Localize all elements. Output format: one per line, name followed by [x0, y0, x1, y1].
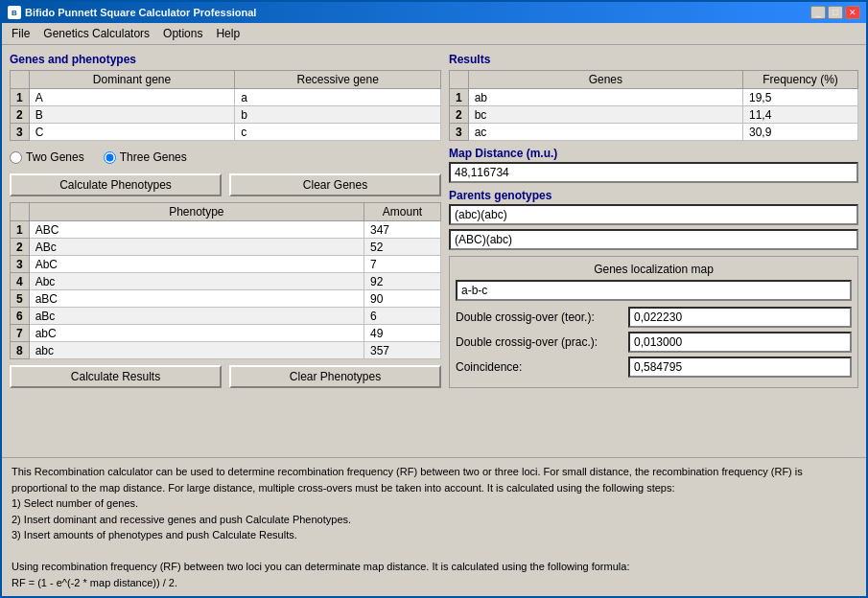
- phenotype-table-row: 6 aBc: [11, 308, 441, 325]
- genes-col-num-header: [11, 71, 30, 89]
- clear-phenotypes-button[interactable]: Clear Phenotypes: [229, 365, 441, 388]
- amount-input[interactable]: [370, 258, 434, 271]
- top-content: Genes and phenotypes Dominant gene Reces…: [2, 45, 866, 457]
- amount-cell[interactable]: [364, 290, 441, 308]
- menu-options[interactable]: Options: [157, 25, 208, 42]
- results-section: Results Genes Frequency (%) 1 ab 19,5 2: [449, 53, 858, 141]
- phenotype-cell: AbC: [29, 256, 364, 273]
- amount-cell[interactable]: [364, 325, 441, 342]
- frequency-cell: 30,9: [743, 124, 858, 141]
- phenotypes-button-row: Calculate Results Clear Phenotypes: [10, 365, 441, 388]
- left-panel: Genes and phenotypes Dominant gene Reces…: [10, 53, 441, 457]
- menu-genetics[interactable]: Genetics Calculators: [37, 25, 155, 42]
- pheno-row-num: 3: [11, 256, 30, 273]
- description-line: RF = (1 - e^(-2 * map distance)) / 2.: [12, 575, 856, 591]
- genes-row-num: 3: [11, 124, 30, 141]
- three-genes-label[interactable]: Three Genes: [104, 150, 187, 164]
- menu-file[interactable]: File: [6, 25, 35, 42]
- results-row-num: 2: [450, 106, 469, 124]
- phenotype-cell: aBC: [29, 290, 364, 308]
- dominant-gene-input[interactable]: [35, 126, 229, 139]
- menu-bar: File Genetics Calculators Options Help: [2, 23, 866, 45]
- genes-cell: ab: [468, 89, 742, 106]
- results-table-row: 3 ac 30,9: [450, 124, 858, 141]
- double-crossover-teor-input[interactable]: [628, 307, 852, 328]
- recessive-gene-cell[interactable]: [235, 89, 441, 106]
- results-row-num: 3: [450, 124, 469, 141]
- main-window: B Bifido Punnett Square Calculator Profe…: [0, 0, 868, 598]
- description-content: This Recombination calculator can be use…: [12, 464, 856, 590]
- amount-input[interactable]: [370, 292, 434, 306]
- right-panel: Results Genes Frequency (%) 1 ab 19,5 2: [449, 53, 858, 457]
- map-distance-input[interactable]: [449, 162, 858, 183]
- parent-genotype-1-input[interactable]: [449, 204, 858, 225]
- genes-table: Dominant gene Recessive gene 1 2 3: [10, 70, 441, 141]
- amount-cell[interactable]: [364, 239, 441, 256]
- calculate-phenotypes-button[interactable]: Calculate Phenotypes: [10, 173, 222, 196]
- pheno-col-num-header: [11, 203, 30, 221]
- description-box: This Recombination calculator can be use…: [2, 457, 866, 596]
- three-genes-text: Three Genes: [120, 150, 187, 164]
- two-genes-text: Two Genes: [26, 150, 84, 164]
- main-area: Genes and phenotypes Dominant gene Reces…: [2, 45, 866, 596]
- results-table: Genes Frequency (%) 1 ab 19,5 2 bc 11,4 …: [449, 70, 858, 141]
- genes-section-title: Genes and phenotypes: [10, 53, 441, 66]
- amount-cell[interactable]: [364, 308, 441, 325]
- results-col-num-header: [450, 71, 469, 89]
- coincidence-input[interactable]: [628, 356, 852, 378]
- frequency-cell: 11,4: [743, 106, 858, 124]
- title-bar: B Bifido Punnett Square Calculator Profe…: [2, 2, 866, 23]
- phenotype-cell: aBc: [29, 308, 364, 325]
- dominant-gene-input[interactable]: [35, 91, 229, 104]
- amount-input[interactable]: [370, 327, 434, 340]
- map-distance-section: Map Distance (m.u.): [449, 147, 858, 183]
- phenotype-table-row: 2 ABc: [11, 239, 441, 256]
- frequency-cell: 19,5: [743, 89, 858, 106]
- dominant-gene-input[interactable]: [35, 108, 229, 122]
- amount-input[interactable]: [370, 223, 434, 237]
- calculate-results-button[interactable]: Calculate Results: [10, 365, 222, 388]
- two-genes-label[interactable]: Two Genes: [10, 150, 84, 164]
- two-genes-radio[interactable]: [10, 151, 22, 164]
- recessive-gene-cell[interactable]: [235, 124, 441, 141]
- three-genes-radio[interactable]: [104, 151, 116, 164]
- amount-cell[interactable]: [364, 273, 441, 290]
- genes-map-input[interactable]: [456, 280, 852, 301]
- amount-cell[interactable]: [364, 342, 441, 359]
- pheno-col-amount-header: Amount: [364, 203, 441, 221]
- phenotype-table-row: 3 AbC: [11, 256, 441, 273]
- title-buttons: _ □ ✕: [810, 6, 860, 19]
- clear-genes-button[interactable]: Clear Genes: [229, 173, 441, 196]
- pheno-row-num: 5: [11, 290, 30, 308]
- genes-cell: ac: [468, 124, 742, 141]
- amount-input[interactable]: [370, 344, 434, 357]
- dominant-gene-cell[interactable]: [29, 124, 235, 141]
- genes-table-row: 3: [11, 124, 441, 141]
- amount-cell[interactable]: [364, 221, 441, 239]
- genes-row-num: 2: [11, 106, 30, 124]
- genes-cell: bc: [468, 106, 742, 124]
- pheno-row-num: 2: [11, 239, 30, 256]
- dominant-gene-cell[interactable]: [29, 89, 235, 106]
- amount-input[interactable]: [370, 241, 434, 254]
- menu-help[interactable]: Help: [210, 25, 246, 42]
- map-distance-label: Map Distance (m.u.): [449, 147, 858, 160]
- parent-genotype-2-input[interactable]: [449, 229, 858, 250]
- description-line: 3) Insert amounts of phenotypes and push…: [12, 527, 856, 543]
- double-crossover-prac-input[interactable]: [628, 332, 852, 353]
- minimize-button[interactable]: _: [810, 6, 826, 19]
- recessive-gene-cell[interactable]: [235, 106, 441, 124]
- close-button[interactable]: ✕: [845, 6, 860, 19]
- amount-input[interactable]: [370, 275, 434, 288]
- amount-cell[interactable]: [364, 256, 441, 273]
- maximize-button[interactable]: □: [828, 6, 843, 19]
- phenotype-table-row: 4 Abc: [11, 273, 441, 290]
- double-crossover-teor-row: Double crossig-over (teor.):: [456, 307, 852, 328]
- recessive-gene-input[interactable]: [241, 126, 434, 139]
- recessive-gene-input[interactable]: [241, 108, 434, 122]
- amount-input[interactable]: [370, 310, 434, 323]
- recessive-gene-input[interactable]: [241, 91, 434, 104]
- results-col-genes-header: Genes: [468, 71, 742, 89]
- dominant-gene-cell[interactable]: [29, 106, 235, 124]
- genes-table-row: 1: [11, 89, 441, 106]
